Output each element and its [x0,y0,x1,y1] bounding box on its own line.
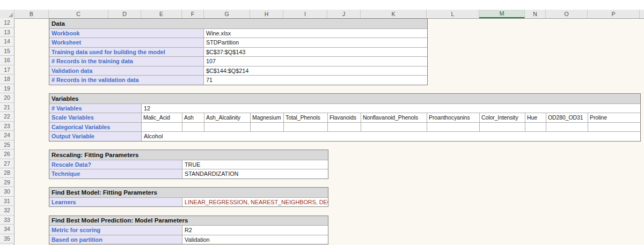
find-best-model-section-title[interactable]: Find Best Model: Fitting Parameters [49,188,328,197]
row-header-33[interactable]: 33 [0,216,14,225]
row-header-35[interactable]: 35 [0,234,14,244]
cell-value[interactable]: 12 [142,104,640,113]
categorical-variable-cell[interactable] [361,123,427,132]
table-row: Based on partitionValidation [49,235,328,244]
categorical-variable-cell[interactable] [284,123,328,132]
column-header-L[interactable]: L [427,10,479,18]
prediction-section-title[interactable]: Find Best Model Prediction: Model Parame… [49,216,328,226]
data-section-title[interactable]: Data [49,19,427,28]
row-header-14[interactable]: 14 [0,37,14,47]
cell-label[interactable]: Output Variable [49,132,142,141]
row-header-19[interactable]: 19 [0,84,14,94]
row-header-30[interactable]: 30 [0,187,14,197]
table-row: Output VariableAlcohol [49,131,640,141]
cell-value[interactable]: $C$144:$Q$214 [204,66,427,76]
column-header-O[interactable]: O [546,10,588,18]
cell-value[interactable]: TRUE [182,160,328,169]
cell-value[interactable]: STANDARDIZATION [182,169,328,179]
column-header-E[interactable]: E [141,10,182,18]
categorical-variable-cell[interactable] [588,123,640,132]
column-header-C[interactable]: C [49,10,108,18]
scale-variable-cell[interactable]: Flavanoids [328,113,361,122]
row-header-24[interactable]: 24 [0,131,14,140]
row-header-20[interactable]: 20 [0,93,14,103]
cell-value[interactable]: R2 [182,226,328,235]
cell-value[interactable]: STDPartition [204,38,427,47]
row-header-18[interactable]: 18 [0,75,14,84]
row-header-16[interactable]: 16 [0,56,14,65]
cell-label[interactable]: Based on partition [49,235,182,244]
select-all-corner[interactable] [0,10,14,18]
cell-label[interactable]: Rescale Data? [49,160,182,169]
column-header-I[interactable]: I [283,10,327,18]
cell-label[interactable]: Training data used for building the mode… [49,48,204,57]
categorical-variable-cell[interactable] [480,123,525,132]
cell-value[interactable]: $C$37:$Q$143 [204,48,427,57]
row-header-25[interactable]: 25 [0,140,14,150]
row-header-34[interactable]: 34 [0,225,14,234]
column-header-F[interactable]: F [182,10,204,18]
row-header-31[interactable]: 31 [0,197,14,206]
cell-value[interactable]: 71 [204,76,427,85]
categorical-variable-cell[interactable] [251,123,284,132]
cell-value[interactable]: Alcohol [142,132,640,141]
categorical-variable-cell[interactable] [546,123,588,132]
row-header-21[interactable]: 21 [0,103,14,113]
row-header-23[interactable]: 23 [0,122,14,131]
scale-variable-cell[interactable]: Proline [588,113,640,122]
cell-label[interactable]: Workbook [49,29,204,38]
row-header-22[interactable]: 22 [0,112,14,122]
row-header-13[interactable]: 13 [0,28,14,38]
cell-value[interactable]: 107 [204,57,427,66]
scale-variable-cell[interactable]: Ash [182,113,204,122]
column-header-H[interactable]: H [250,10,283,18]
scale-variable-cell[interactable]: Color_Intensity [480,113,525,122]
scale-variable-cell[interactable]: OD280_OD31 [546,113,588,122]
row-header-27[interactable]: 27 [0,159,14,169]
cell-label[interactable]: Technique [49,169,182,179]
cell-label[interactable]: Learners [49,198,182,207]
column-header-K[interactable]: K [361,10,427,18]
select-all-triangle-icon [9,13,13,17]
scale-variable-cell[interactable]: Total_Phenols [284,113,328,122]
row-header-26[interactable]: 26 [0,150,14,159]
cell-value[interactable]: Wine.xlsx [204,29,427,38]
column-header-M[interactable]: M [479,10,525,18]
cell-value[interactable]: LINEAR_REGRESSION, NEAREST_NEIGHBORS, DE… [182,198,328,207]
cell-label[interactable]: Metric for scoring [49,226,182,235]
cell-label[interactable]: # Variables [49,104,142,113]
column-header-P[interactable]: P [588,10,640,18]
cell-label[interactable]: Scale Variables [49,113,142,122]
row-header-12[interactable]: 12 [0,18,14,28]
scale-variable-cell[interactable]: Malic_Acid [142,113,182,122]
row-header-32[interactable]: 32 [0,206,14,216]
column-header-N[interactable]: N [525,10,546,18]
cell-label[interactable]: Categorical Variables [49,123,142,132]
cell-label[interactable]: Validation data [49,66,204,76]
row-header-15[interactable]: 15 [0,47,14,56]
scale-variable-cell[interactable]: Nonflavanoid_Phenols [361,113,427,122]
cell-label[interactable]: # Records in the validation data [49,76,204,85]
cell-label[interactable]: # Records in the training data [49,57,204,66]
column-header-B[interactable]: B [14,10,49,18]
categorical-variable-cell[interactable] [142,123,182,132]
scale-variable-cell[interactable]: Proanthocyanins [427,113,480,122]
variables-section-title[interactable]: Variables [49,94,640,103]
column-header-G[interactable]: G [204,10,250,18]
column-header-D[interactable]: D [108,10,141,18]
row-header-29[interactable]: 29 [0,178,14,188]
row-header-28[interactable]: 28 [0,168,14,178]
categorical-variable-cell[interactable] [182,123,204,132]
scale-variable-cell[interactable]: Ash_Alcalinity [204,113,251,122]
rescaling-section-title[interactable]: Rescaling: Fitting Parameters [49,150,328,160]
categorical-variable-cell[interactable] [427,123,480,132]
row-header-17[interactable]: 17 [0,65,14,75]
column-header-J[interactable]: J [327,10,361,18]
cell-value[interactable]: Validation [182,235,328,244]
categorical-variable-cell[interactable] [525,123,546,132]
categorical-variable-cell[interactable] [328,123,361,132]
cell-label[interactable]: Worksheet [49,38,204,47]
categorical-variable-cell[interactable] [204,123,251,132]
scale-variable-cell[interactable]: Hue [525,113,546,122]
scale-variable-cell[interactable]: Magnesium [251,113,284,122]
